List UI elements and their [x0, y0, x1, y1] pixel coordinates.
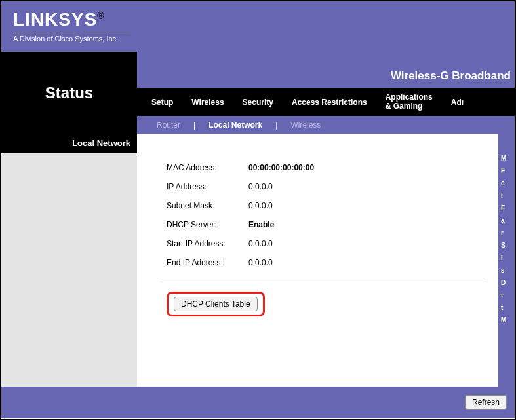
divider — [160, 278, 485, 278]
label-ip-address: IP Address: — [167, 182, 248, 191]
bottom-bar: Refresh — [1, 387, 515, 418]
subnav-router[interactable]: Router — [145, 121, 192, 130]
brand-rule — [13, 33, 131, 33]
help-frag: a — [501, 216, 513, 225]
nav-region: Wireless-G Broadband Setup Wireless Secu… — [137, 52, 515, 134]
page-title-cell: Status — [1, 52, 137, 134]
value-mac-address: 00:00:00:00:00:00 — [248, 163, 314, 172]
value-ip-address: 0.0.0.0 — [248, 182, 273, 191]
row-dhcp-server: DHCP Server: Enable — [167, 220, 498, 229]
nav-access-restrictions[interactable]: Access Restrictions — [283, 98, 376, 107]
primary-nav: Setup Wireless Security Access Restricti… — [137, 88, 515, 116]
value-end-ip: 0.0.0.0 — [248, 258, 273, 267]
row-ip-address: IP Address: 0.0.0.0 — [167, 182, 498, 191]
nav-apps-line2: & Gaming — [386, 102, 433, 111]
brand-logo: LINKSYS® A Division of Cisco Systems, In… — [13, 9, 515, 43]
title-row: Status Wireless-G Broadband Setup Wirele… — [1, 52, 515, 134]
nav-apps-line1: Applications — [386, 93, 433, 102]
product-name: Wireless-G Broadband — [137, 52, 515, 88]
refresh-button[interactable]: Refresh — [465, 395, 507, 410]
left-column: Local Network — [1, 134, 137, 387]
row-end-ip: End IP Address: 0.0.0.0 — [167, 258, 498, 267]
page-title: Status — [45, 84, 93, 102]
help-frag: M — [501, 315, 513, 325]
content-panel: MAC Address: 00:00:00:00:00:00 IP Addres… — [137, 134, 498, 387]
help-frag: c — [501, 178, 513, 188]
help-frag: M — [501, 153, 513, 163]
dhcp-clients-highlight: DHCP Clients Table — [167, 292, 265, 316]
help-frag: I — [501, 191, 513, 200]
value-dhcp-server: Enable — [248, 220, 274, 229]
brand-name: LINKSYS — [13, 9, 97, 29]
help-frag: D — [501, 278, 513, 288]
nav-setup[interactable]: Setup — [142, 98, 182, 107]
help-frag: t — [501, 303, 513, 313]
label-mac-address: MAC Address: — [167, 163, 248, 172]
row-mac-address: MAC Address: 00:00:00:00:00:00 — [167, 163, 498, 172]
help-frag: s — [501, 265, 513, 275]
brand-reg: ® — [97, 10, 104, 21]
main-area: Local Network MAC Address: 00:00:00:00:0… — [1, 134, 515, 387]
subnav-sep-1: | — [192, 121, 197, 130]
header-band: LINKSYS® A Division of Cisco Systems, In… — [1, 1, 515, 52]
label-start-ip: Start IP Address: — [167, 239, 248, 248]
help-frag: t — [501, 290, 513, 300]
help-frag: F — [501, 203, 513, 213]
brand-tagline: A Division of Cisco Systems, Inc. — [13, 35, 515, 43]
help-frag: S — [501, 240, 513, 250]
nav-administration[interactable]: Adı — [442, 98, 473, 107]
label-end-ip: End IP Address: — [167, 258, 248, 267]
secondary-nav: Router | Local Network | Wireless — [137, 116, 515, 134]
section-heading: Local Network — [1, 134, 137, 153]
help-column: M F c I F a r S i s D t t M — [498, 134, 515, 387]
help-frag: r — [501, 228, 513, 238]
help-frag: F — [501, 166, 513, 176]
value-subnet-mask: 0.0.0.0 — [248, 201, 273, 210]
nav-wireless[interactable]: Wireless — [182, 98, 233, 107]
row-subnet-mask: Subnet Mask: 0.0.0.0 — [167, 201, 498, 210]
subnav-local-network[interactable]: Local Network — [197, 121, 274, 130]
dhcp-clients-table-button[interactable]: DHCP Clients Table — [174, 297, 258, 311]
nav-applications-gaming[interactable]: Applications & Gaming — [376, 93, 442, 110]
row-start-ip: Start IP Address: 0.0.0.0 — [167, 239, 498, 248]
nav-security[interactable]: Security — [233, 98, 283, 107]
value-start-ip: 0.0.0.0 — [248, 239, 273, 248]
help-frag: i — [501, 253, 513, 263]
label-subnet-mask: Subnet Mask: — [167, 201, 248, 210]
label-dhcp-server: DHCP Server: — [167, 220, 248, 229]
subnav-sep-2: | — [274, 121, 279, 130]
subnav-wireless[interactable]: Wireless — [279, 121, 332, 130]
